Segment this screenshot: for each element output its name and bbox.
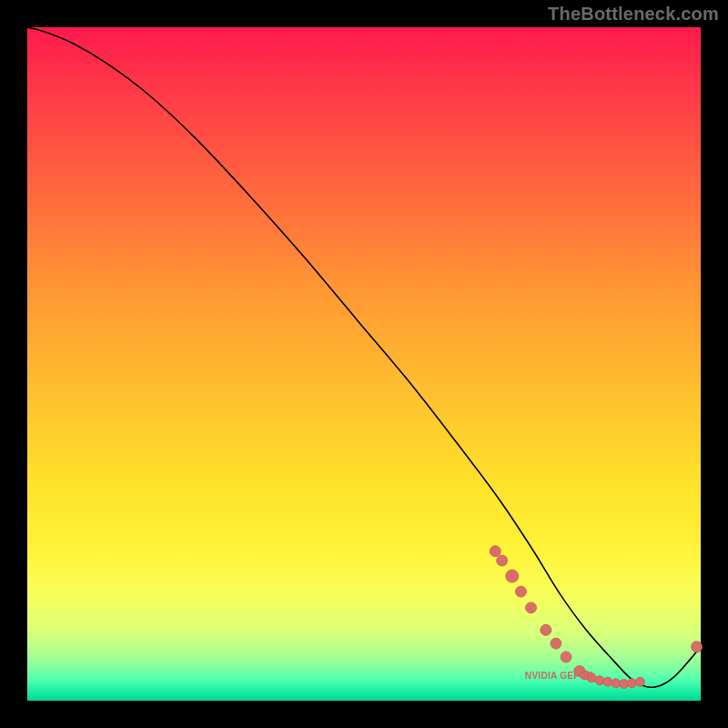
data-point (692, 642, 703, 652)
data-point (515, 586, 526, 597)
chart-stage: TheBottleneck.com NVIDIA GEFOR (0, 0, 728, 728)
data-point (612, 679, 621, 688)
data-point (603, 677, 612, 686)
data-point (497, 555, 508, 566)
data-point (541, 624, 551, 635)
chart-svg: NVIDIA GEFOR (27, 27, 701, 701)
data-point (561, 652, 571, 662)
data-point (551, 638, 561, 649)
data-point (620, 680, 629, 689)
bottleneck-curve (27, 27, 701, 687)
data-point (490, 546, 500, 557)
plot-area: NVIDIA GEFOR (27, 27, 701, 701)
data-point (506, 570, 519, 582)
data-point (595, 676, 604, 685)
watermark-label: TheBottleneck.com (548, 4, 719, 25)
data-point (635, 677, 644, 686)
data-points (490, 546, 702, 689)
series-label: NVIDIA GEFOR (525, 671, 594, 681)
data-point (526, 602, 537, 613)
data-point (628, 679, 637, 688)
